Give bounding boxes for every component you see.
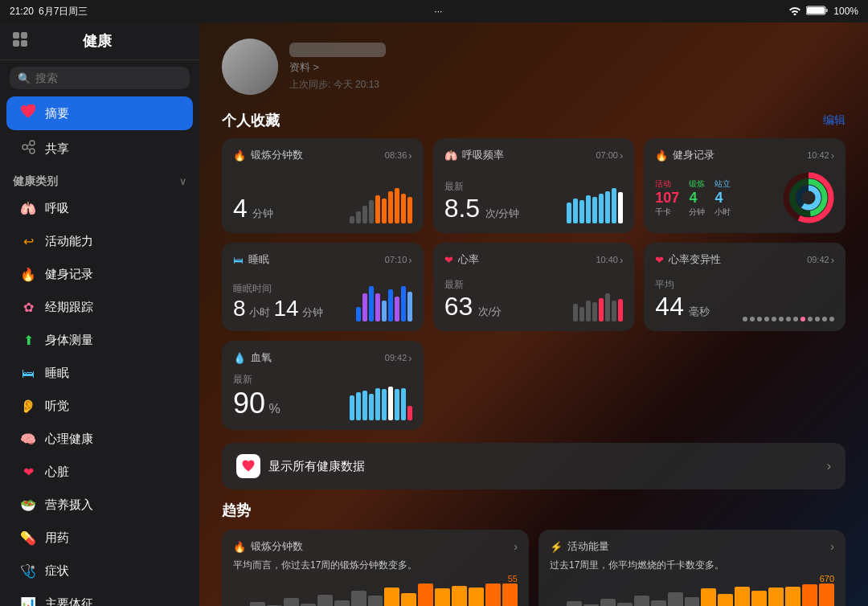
blood-oxygen-body: 最新 90 % — [233, 373, 412, 420]
activity-icon: ↩ — [19, 234, 37, 249]
sidebar-item-sleep[interactable]: 🛏 睡眠 — [6, 358, 193, 389]
hrv-card[interactable]: ❤ 心率变异性 09:42 › 平均 44 毫秒 — [644, 243, 845, 331]
sidebar-item-activity[interactable]: ↩ 活动能力 — [6, 226, 193, 257]
chevron-right-icon: › — [620, 254, 623, 266]
search-input[interactable] — [35, 72, 182, 84]
hrv-unit: 毫秒 — [689, 305, 710, 317]
sidebar-grid-icon[interactable] — [11, 31, 29, 51]
bar — [586, 301, 591, 321]
edit-button[interactable]: 编辑 — [823, 113, 845, 128]
bar — [401, 388, 406, 420]
activity-energy-trend-card[interactable]: ⚡ 活动能量 › 过去17周里，你平均燃烧的千卡数变多。 670 — [538, 530, 845, 606]
sidebar-item-summary[interactable]: 摘要 — [6, 96, 193, 130]
sidebar-item-fitness[interactable]: 🔥 健身记录 — [6, 259, 193, 290]
bar — [592, 197, 597, 223]
profile-link[interactable]: 资料 > — [289, 60, 386, 75]
fitness-record-icon: 🔥 — [655, 149, 668, 162]
hrv-dot — [829, 317, 834, 321]
sleep-hours-unit: 小时 — [249, 306, 270, 318]
sidebar-item-heart[interactable]: ❤ 心脏 — [6, 457, 193, 488]
fitness-record-card[interactable]: 🔥 健身记录 10:42 › 活动 107 千卡 锻炼 — [644, 138, 845, 233]
hrv-dot — [779, 317, 784, 321]
bar — [350, 216, 354, 223]
avatar[interactable] — [222, 39, 278, 95]
sleep-card[interactable]: 🛏 睡眠 07:10 › 睡眠时间 8 小时 14 分钟 — [222, 243, 424, 331]
chevron-right-icon: › — [408, 254, 411, 266]
sidebar-item-mental[interactable]: 🧠 心理健康 — [6, 424, 193, 455]
sidebar-item-symptoms[interactable]: 🩺 症状 — [6, 555, 193, 587]
hrv-icon: ❤ — [655, 254, 664, 266]
heart-rate-label: 最新 — [444, 278, 502, 292]
card-header: 🫁 呼吸频率 07:00 › — [444, 148, 624, 162]
search-box[interactable]: 🔍 — [10, 67, 190, 89]
fitness-icon: 🔥 — [19, 267, 37, 282]
sleep-icon: 🛏 — [19, 366, 37, 381]
medication-label: 用药 — [45, 530, 180, 546]
show-all-left: 显示所有健康数据 — [236, 454, 365, 478]
nutrition-icon: 🥗 — [19, 497, 37, 513]
hrv-dot — [764, 317, 769, 321]
sidebar-item-vitals[interactable]: 📊 主要体征 — [6, 588, 193, 606]
fitness-record-title: 健身记录 — [673, 148, 714, 162]
show-all-icon — [236, 454, 260, 478]
trend-bar-highlight — [701, 588, 716, 606]
hrv-time: 09:42 — [807, 255, 829, 264]
respiratory-title: 呼吸频率 — [462, 148, 504, 162]
profile-sync: 上次同步: 今天 20:13 — [289, 78, 386, 92]
bar — [599, 194, 604, 223]
trend-bar-highlight — [735, 587, 750, 606]
sleep-label: 睡眠 — [45, 366, 180, 381]
trend-bar — [334, 600, 350, 606]
bar — [382, 389, 387, 420]
workout-chart — [350, 188, 412, 223]
show-all-health-button[interactable]: 显示所有健康数据 › — [222, 443, 845, 489]
sidebar-item-medication[interactable]: 💊 用药 — [6, 522, 193, 554]
fitness-stats: 活动 107 千卡 锻炼 4 分钟 站立 4 小时 — [655, 178, 731, 218]
breathing-icon: 🫁 — [19, 201, 37, 216]
respiratory-card[interactable]: 🫁 呼吸频率 07:00 › 最新 8.5 次/分钟 — [433, 138, 635, 233]
mental-label: 心理健康 — [45, 432, 180, 447]
bar-alert — [407, 406, 412, 420]
sleep-minutes: 14 — [273, 296, 298, 321]
heart-rate-chart — [573, 286, 623, 321]
activity-energy-chart-wrapper: 670 — [550, 583, 834, 606]
battery-percent: 100% — [833, 6, 858, 17]
chevron-down-icon[interactable]: ∨ — [179, 176, 186, 187]
workout-minutes-card[interactable]: 🔥 锻炼分钟数 08:36 › 4 分钟 — [222, 138, 424, 233]
bar — [362, 293, 367, 321]
sidebar-item-hearing[interactable]: 👂 听觉 — [6, 391, 193, 422]
sidebar-item-body[interactable]: ⬆ 身体测量 — [6, 325, 193, 356]
bar-highlight — [388, 387, 393, 420]
activity-energy-desc: 过去17周里，你平均燃烧的千卡数变多。 — [550, 559, 834, 572]
respiratory-unit: 次/分钟 — [485, 207, 520, 219]
blood-oxygen-card[interactable]: 💧 血氧 09:42 › 最新 90 % — [222, 341, 424, 430]
sidebar-item-share[interactable]: 共享 — [6, 132, 193, 166]
stand-stat: 站立 4 小时 — [714, 178, 731, 218]
bar — [401, 286, 406, 321]
svg-point-7 — [23, 145, 27, 149]
search-icon: 🔍 — [18, 72, 31, 84]
main-content: 资料 > 上次同步: 今天 20:13 个人收藏 编辑 🔥 锻炼分钟数 08:3… — [199, 23, 868, 606]
trend-chevron-icon: › — [514, 540, 518, 553]
bar — [586, 195, 591, 223]
cards-grid: 🔥 锻炼分钟数 08:36 › 4 分钟 — [199, 138, 868, 341]
heart-rate-card[interactable]: ❤ 心率 10:40 › 最新 63 次/分 — [433, 243, 635, 331]
bar — [605, 191, 610, 223]
respiratory-icon: 🫁 — [444, 149, 457, 162]
sidebar-item-breathing[interactable]: 🫁 呼吸 — [6, 193, 193, 224]
sidebar-item-nutrition[interactable]: 🥗 营养摄入 — [6, 489, 193, 521]
activity-energy-highlight: 670 — [820, 574, 834, 583]
trend-bar-highlight — [718, 594, 733, 606]
workout-trend-card[interactable]: 🔥 锻炼分钟数 › 平均而言，你过去17周的锻炼分钟数变多。 55 — [222, 530, 529, 606]
bar — [407, 197, 412, 223]
mental-icon: 🧠 — [19, 432, 37, 447]
activity-energy-chart — [550, 583, 834, 606]
stand-unit: 小时 — [714, 207, 731, 218]
bar — [375, 388, 380, 420]
heart-rate-icon: ❤ — [444, 254, 453, 266]
hearing-label: 听觉 — [45, 399, 180, 414]
trend-energy-icon: ⚡ — [550, 541, 563, 553]
sidebar-item-cycle[interactable]: ✿ 经期跟踪 — [6, 292, 193, 323]
hrv-dot — [786, 317, 791, 321]
sidebar-title: 健康 — [83, 31, 112, 51]
